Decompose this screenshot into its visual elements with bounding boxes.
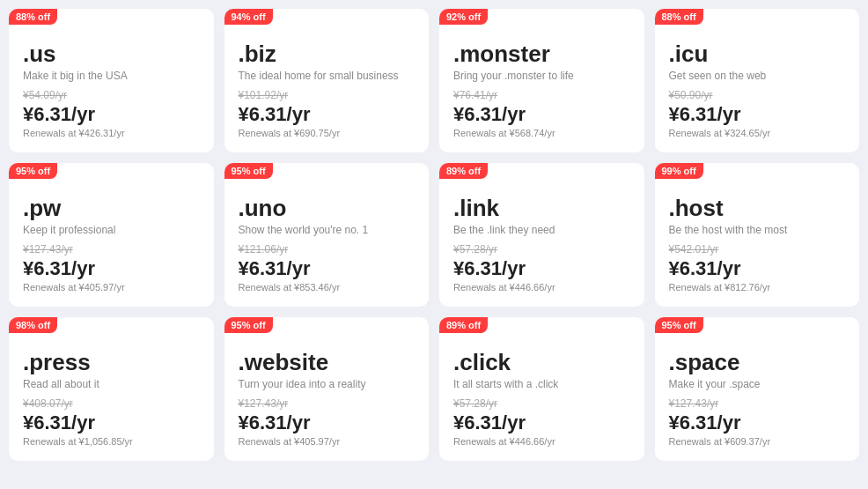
domain-desc: Show the world you're no. 1: [239, 224, 416, 236]
renewal-price: Renewals at ¥1,056.85/yr: [23, 436, 200, 447]
sale-price: ¥6.31/yr: [453, 257, 630, 280]
domain-card[interactable]: 95% off .website Turn your idea into a r…: [224, 317, 430, 461]
original-price: ¥408.07/yr: [23, 397, 200, 410]
renewal-price: Renewals at ¥426.31/yr: [23, 128, 200, 138]
domain-desc: Turn your idea into a reality: [239, 378, 416, 390]
discount-badge: 98% off: [9, 317, 57, 333]
domain-card[interactable]: 89% off .link Be the .link they need ¥57…: [439, 163, 644, 307]
sale-price: ¥6.31/yr: [453, 103, 630, 126]
discount-badge: 95% off: [224, 317, 273, 333]
domain-name: .uno: [239, 195, 416, 222]
domain-name: .website: [239, 349, 416, 376]
domain-name: .click: [453, 349, 630, 376]
domain-desc: Read all about it: [23, 378, 200, 390]
domain-card[interactable]: 98% off .press Read all about it ¥408.07…: [9, 317, 214, 461]
domain-desc: Be the host with the most: [669, 224, 846, 236]
domain-desc: Be the .link they need: [453, 224, 630, 236]
original-price: ¥57.28/yr: [453, 243, 630, 256]
sale-price: ¥6.31/yr: [23, 257, 200, 280]
sale-price: ¥6.31/yr: [239, 411, 416, 434]
domain-card[interactable]: 99% off .host Be the host with the most …: [655, 163, 860, 307]
renewal-price: Renewals at ¥853.46/yr: [239, 282, 416, 293]
domain-name: .space: [669, 349, 846, 376]
discount-badge: 92% off: [439, 9, 488, 25]
sale-price: ¥6.31/yr: [669, 103, 846, 126]
renewal-price: Renewals at ¥812.76/yr: [669, 282, 846, 293]
domain-card[interactable]: 95% off .space Make it your .space ¥127.…: [655, 317, 860, 461]
renewal-price: Renewals at ¥568.74/yr: [453, 128, 630, 138]
renewal-price: Renewals at ¥324.65/yr: [669, 128, 846, 138]
sale-price: ¥6.31/yr: [239, 257, 416, 280]
domain-name: .biz: [239, 41, 416, 68]
domain-desc: Make it big in the USA: [23, 70, 200, 82]
domain-card[interactable]: 92% off .monster Bring your .monster to …: [439, 9, 644, 152]
renewal-price: Renewals at ¥446.66/yr: [453, 282, 630, 293]
discount-badge: 95% off: [224, 163, 273, 179]
original-price: ¥127.43/yr: [669, 397, 846, 410]
renewal-price: Renewals at ¥446.66/yr: [453, 436, 630, 447]
discount-badge: 99% off: [655, 163, 703, 179]
original-price: ¥121.06/yr: [239, 243, 416, 256]
domain-name: .monster: [453, 41, 630, 68]
original-price: ¥54.09/yr: [23, 89, 200, 101]
original-price: ¥57.28/yr: [453, 397, 630, 410]
sale-price: ¥6.31/yr: [23, 103, 200, 126]
original-price: ¥101.92/yr: [239, 89, 416, 101]
sale-price: ¥6.31/yr: [669, 257, 846, 280]
domain-name: .link: [453, 195, 630, 222]
domain-desc: It all starts with a .click: [453, 378, 630, 390]
domain-card[interactable]: 88% off .icu Get seen on the web ¥50.90/…: [655, 9, 860, 152]
domain-desc: Keep it professional: [23, 224, 200, 236]
original-price: ¥542.01/yr: [669, 243, 846, 256]
domain-name: .icu: [669, 41, 846, 68]
domain-card[interactable]: 94% off .biz The ideal home for small bu…: [224, 9, 430, 152]
domain-desc: Make it your .space: [669, 378, 846, 390]
sale-price: ¥6.31/yr: [239, 103, 416, 126]
domain-card[interactable]: 88% off .us Make it big in the USA ¥54.0…: [9, 9, 214, 152]
renewal-price: Renewals at ¥690.75/yr: [239, 128, 416, 138]
domain-grid: 88% off .us Make it big in the USA ¥54.0…: [9, 9, 859, 461]
original-price: ¥50.90/yr: [669, 89, 846, 101]
domain-card[interactable]: 89% off .click It all starts with a .cli…: [439, 317, 644, 461]
domain-name: .press: [23, 349, 200, 376]
discount-badge: 88% off: [9, 9, 57, 25]
original-price: ¥76.41/yr: [453, 89, 630, 101]
sale-price: ¥6.31/yr: [23, 411, 200, 434]
domain-desc: Get seen on the web: [669, 70, 846, 82]
domain-name: .host: [669, 195, 846, 222]
renewal-price: Renewals at ¥405.97/yr: [239, 436, 416, 447]
discount-badge: 95% off: [9, 163, 57, 179]
domain-card[interactable]: 95% off .uno Show the world you're no. 1…: [224, 163, 430, 307]
domain-desc: Bring your .monster to life: [453, 70, 630, 82]
discount-badge: 95% off: [655, 317, 703, 333]
original-price: ¥127.43/yr: [23, 243, 200, 256]
discount-badge: 89% off: [439, 163, 488, 179]
original-price: ¥127.43/yr: [239, 397, 416, 410]
domain-desc: The ideal home for small business: [239, 70, 416, 82]
discount-badge: 94% off: [224, 9, 273, 25]
renewal-price: Renewals at ¥609.37/yr: [669, 436, 846, 447]
discount-badge: 89% off: [439, 317, 488, 333]
sale-price: ¥6.31/yr: [453, 411, 630, 434]
discount-badge: 88% off: [655, 9, 703, 25]
domain-name: .us: [23, 41, 200, 68]
domain-name: .pw: [23, 195, 200, 222]
renewal-price: Renewals at ¥405.97/yr: [23, 282, 200, 293]
domain-card[interactable]: 95% off .pw Keep it professional ¥127.43…: [9, 163, 214, 307]
sale-price: ¥6.31/yr: [669, 411, 846, 434]
